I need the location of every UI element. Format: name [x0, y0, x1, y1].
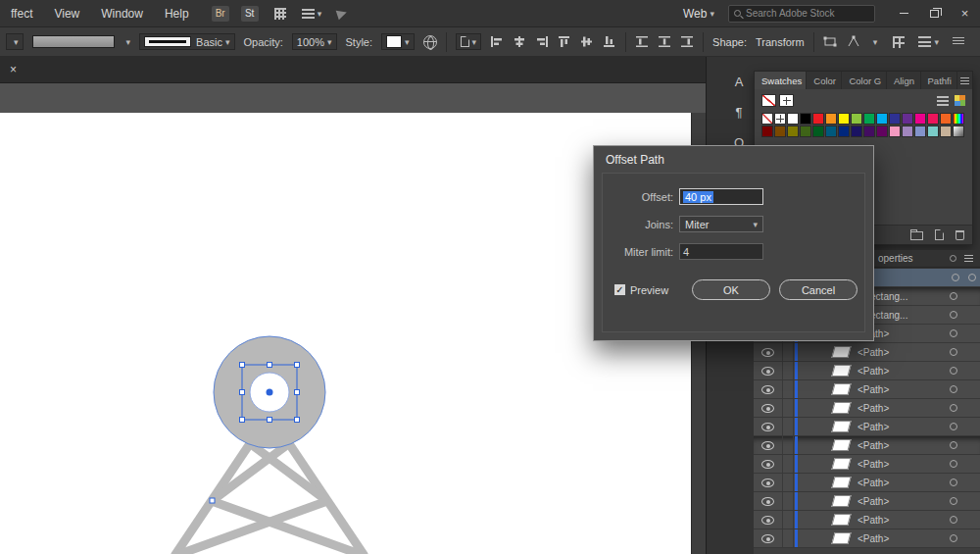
menu-view[interactable]: View	[43, 7, 90, 21]
lock-cell[interactable]	[783, 511, 794, 529]
layer-thumbnail[interactable]	[831, 421, 851, 432]
layer-label[interactable]: <Path>	[858, 459, 950, 470]
layer-label[interactable]: <Path>	[858, 533, 950, 544]
layer-thumbnail[interactable]	[831, 365, 851, 377]
swatch[interactable]	[774, 113, 786, 125]
stroke-profile-select[interactable]: Basic ▾	[139, 33, 234, 50]
swatch[interactable]	[902, 126, 913, 137]
visibility-cell[interactable]	[754, 343, 783, 361]
swatch[interactable]	[889, 113, 901, 125]
layer-thumbnail[interactable]	[831, 383, 851, 395]
layer-row[interactable]: <Path>	[754, 492, 980, 511]
layer-thumbnail[interactable]	[831, 346, 851, 358]
dialog-title[interactable]: Offset Path	[606, 153, 664, 167]
swatch[interactable]	[927, 126, 939, 137]
transform-link[interactable]: Transform	[756, 36, 805, 48]
character-panel-icon[interactable]: A	[726, 71, 752, 92]
miter-limit-input[interactable]: 4	[679, 243, 763, 260]
swatch[interactable]	[914, 113, 926, 125]
close-button[interactable]: ×	[950, 0, 980, 26]
align-right-icon[interactable]	[535, 35, 549, 48]
distribute-top-icon[interactable]	[635, 35, 649, 48]
panel-menu-icon[interactable]	[964, 255, 973, 262]
minimize-button[interactable]	[889, 0, 919, 26]
layer-row[interactable]: <Path>	[754, 455, 980, 474]
visibility-cell[interactable]	[754, 529, 783, 547]
layer-row[interactable]: <Path>	[754, 399, 980, 418]
panel-group-menu[interactable]	[957, 72, 972, 89]
swatch[interactable]	[838, 126, 850, 137]
visibility-cell[interactable]	[754, 418, 783, 435]
document-setup-icon[interactable]	[423, 35, 437, 49]
swatch[interactable]	[787, 126, 799, 137]
menu-window[interactable]: Window	[90, 7, 154, 21]
visibility-cell[interactable]	[754, 511, 783, 529]
visibility-cell[interactable]	[754, 455, 783, 473]
visibility-cell[interactable]	[754, 380, 783, 398]
panel-menu-icon[interactable]	[953, 37, 964, 46]
layer-row[interactable]: <Path>	[754, 362, 980, 380]
layer-thumbnail[interactable]	[831, 477, 851, 488]
layer-target-circle[interactable]	[950, 441, 957, 449]
artboards-grid-icon[interactable]	[893, 36, 905, 48]
tab-swatches[interactable]: Swatches	[755, 72, 807, 89]
layer-target-circle[interactable]	[950, 292, 957, 300]
swatch[interactable]	[812, 113, 824, 125]
layer-thumbnail[interactable]	[831, 514, 851, 526]
lock-cell[interactable]	[783, 380, 794, 398]
share-icon[interactable]	[336, 7, 349, 20]
list-view-icon[interactable]	[937, 96, 949, 106]
ok-button[interactable]: OK	[692, 279, 770, 300]
offset-input[interactable]: 40 px	[679, 188, 763, 205]
swatch[interactable]	[851, 126, 862, 137]
layer-target-circle[interactable]	[950, 404, 957, 412]
tab-properties[interactable]: operties	[878, 253, 913, 264]
layer-thumbnail[interactable]	[831, 495, 851, 507]
layer-row[interactable]: <Path>	[754, 511, 980, 529]
distribute-center-icon[interactable]	[658, 35, 671, 48]
layer-row[interactable]: <Path>	[754, 529, 980, 548]
swatch[interactable]	[940, 113, 952, 125]
swatch[interactable]	[838, 113, 850, 125]
layer-label[interactable]: <Path>	[858, 403, 950, 414]
align-left-icon[interactable]	[490, 35, 504, 48]
layer-row[interactable]: <Path>	[754, 474, 980, 492]
layer-label[interactable]: <Path>	[858, 515, 950, 526]
layer-label[interactable]: <Path>	[858, 384, 950, 395]
layer-label[interactable]: <Path>	[858, 347, 950, 358]
layer-thumbnail[interactable]	[831, 402, 851, 414]
restore-button[interactable]	[919, 0, 950, 26]
bridge-button[interactable]: Br	[212, 6, 229, 22]
opacity-select[interactable]: 100% ▾	[292, 33, 337, 50]
align-top-icon[interactable]	[558, 35, 571, 48]
cancel-button[interactable]: Cancel	[779, 279, 858, 300]
stock-button[interactable]: St	[241, 6, 259, 22]
swatch[interactable]	[800, 113, 811, 125]
target-icon[interactable]	[950, 255, 956, 262]
layer-target-circle[interactable]	[950, 367, 957, 375]
layer-row[interactable]: <Path>	[754, 418, 980, 436]
tab-color-guide[interactable]: Color G	[842, 72, 886, 89]
artboard-canvas[interactable]	[0, 113, 691, 554]
menu-effect[interactable]: ffect	[0, 7, 43, 21]
fill-color-well[interactable]	[32, 35, 115, 48]
swatch[interactable]	[825, 113, 837, 125]
layer-target-circle[interactable]	[950, 385, 957, 393]
layer-target-circle[interactable]	[950, 329, 957, 337]
swatch[interactable]	[863, 113, 875, 125]
adobe-stock-search-input[interactable]: Search Adobe Stock	[728, 5, 875, 23]
layer-target-circle[interactable]	[950, 460, 957, 468]
layer-label[interactable]: <Path>	[858, 440, 950, 451]
swatch[interactable]	[953, 113, 964, 125]
swatch[interactable]	[774, 126, 786, 137]
preview-checkbox[interactable]: ✓ Preview	[614, 284, 668, 296]
swatch[interactable]	[863, 126, 875, 137]
align-center-v-icon[interactable]	[580, 35, 594, 48]
layer-row[interactable]: <Path>	[754, 436, 980, 455]
swatch[interactable]	[825, 126, 837, 137]
presets-dropdown[interactable]: ▾	[6, 33, 24, 50]
layer-row[interactable]: <Path>	[754, 343, 980, 362]
lock-cell[interactable]	[783, 399, 794, 417]
swatch[interactable]	[902, 113, 913, 125]
visibility-cell[interactable]	[754, 474, 783, 491]
